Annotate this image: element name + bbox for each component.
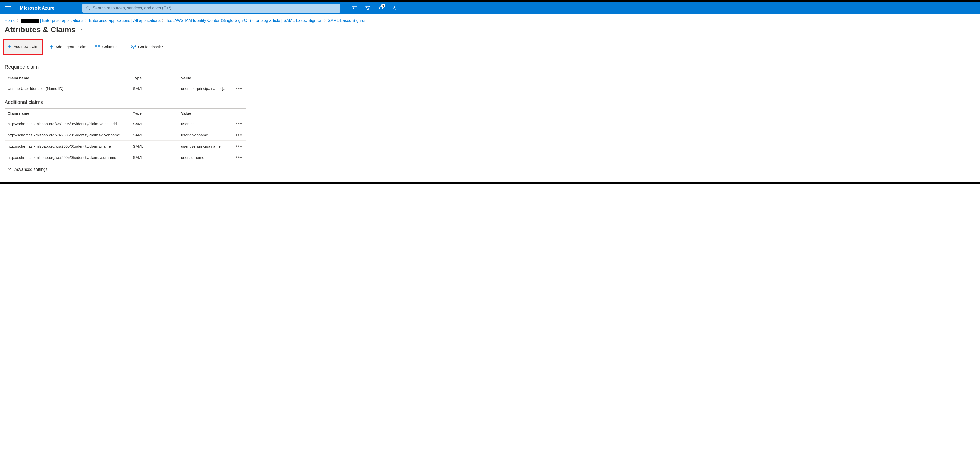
chevron-down-icon	[8, 167, 11, 172]
table-row[interactable]: http://schemas.xmlsoap.org/ws/2005/05/id…	[5, 140, 245, 152]
column-header-type[interactable]: Type	[130, 73, 178, 83]
header-toolbar: 6	[350, 4, 398, 12]
breadcrumb-tenant[interactable]: | Enterprise applications	[21, 18, 83, 23]
feedback-label: Got feedback?	[138, 45, 163, 49]
notification-badge: 6	[381, 3, 385, 8]
global-search[interactable]	[83, 4, 340, 13]
claim-name-cell: http://schemas.xmlsoap.org/ws/2005/05/id…	[5, 152, 130, 163]
svg-rect-2	[352, 6, 357, 10]
redacted-text	[21, 19, 39, 23]
breadcrumb-app[interactable]: Test AWS IAM Identity Center (Single Sig…	[166, 18, 322, 23]
add-group-claim-label: Add a group claim	[56, 45, 86, 49]
breadcrumb: Home > | Enterprise applications > Enter…	[0, 14, 980, 23]
toolbar-separator	[124, 44, 124, 49]
columns-button[interactable]: Columns	[93, 43, 120, 51]
row-actions-icon[interactable]: •••	[235, 86, 242, 91]
claim-type-cell: SAML	[130, 118, 178, 129]
claim-name-cell: http://schemas.xmlsoap.org/ws/2005/05/id…	[5, 129, 130, 140]
search-input[interactable]	[93, 6, 337, 10]
add-new-claim-label: Add new claim	[14, 45, 38, 49]
row-actions-icon[interactable]: •••	[235, 121, 242, 126]
feedback-button[interactable]: Got feedback?	[128, 43, 165, 51]
svg-point-5	[393, 7, 395, 9]
svg-point-16	[132, 45, 133, 47]
row-actions-icon[interactable]: •••	[235, 143, 242, 149]
window-top-border	[0, 0, 980, 2]
table-row[interactable]: http://schemas.xmlsoap.org/ws/2005/05/id…	[5, 152, 245, 163]
advanced-settings-toggle[interactable]: Advanced settings	[5, 163, 245, 172]
directory-filter-icon[interactable]	[364, 4, 372, 12]
row-actions-icon[interactable]: •••	[235, 132, 242, 137]
breadcrumb-separator: >	[85, 18, 87, 23]
plus-icon	[7, 45, 11, 48]
feedback-icon	[131, 45, 136, 49]
claim-type-cell: SAML	[130, 140, 178, 152]
svg-line-1	[89, 9, 90, 10]
claim-value-cell: user.mail	[178, 118, 231, 129]
add-group-claim-button[interactable]: Add a group claim	[47, 43, 89, 51]
window-bottom-border	[0, 182, 980, 184]
table-row[interactable]: Unique User Identifier (Name ID) SAML us…	[5, 83, 245, 94]
brand-label: Microsoft Azure	[20, 6, 54, 11]
claim-type-cell: SAML	[130, 129, 178, 140]
claim-type-cell: SAML	[130, 83, 178, 94]
claim-name-cell: Unique User Identifier (Name ID)	[5, 83, 130, 94]
plus-icon	[49, 45, 54, 49]
search-icon	[86, 6, 90, 10]
add-new-claim-button[interactable]: Add new claim	[3, 39, 43, 55]
portal-header: Microsoft Azure 6	[0, 2, 980, 14]
svg-point-0	[86, 6, 89, 9]
required-claim-table: Claim name Type Value Unique User Identi…	[5, 73, 245, 94]
column-header-claim-name[interactable]: Claim name	[5, 108, 130, 118]
breadcrumb-separator: >	[162, 18, 164, 23]
page-more-icon[interactable]: ···	[81, 27, 86, 32]
column-header-value[interactable]: Value	[178, 73, 231, 83]
breadcrumb-all-apps[interactable]: Enterprise applications | All applicatio…	[89, 18, 161, 23]
breadcrumb-last[interactable]: SAML-based Sign-on	[328, 18, 366, 23]
claim-name-cell: http://schemas.xmlsoap.org/ws/2005/05/id…	[5, 118, 130, 129]
claim-value-cell: user.givenname	[178, 129, 231, 140]
cloud-shell-icon[interactable]	[350, 4, 359, 12]
additional-claims-table: Claim name Type Value http://schemas.xml…	[5, 108, 245, 163]
advanced-settings-label: Advanced settings	[14, 167, 48, 172]
column-header-actions	[231, 108, 245, 118]
column-header-value[interactable]: Value	[178, 108, 231, 118]
claim-name-cell: http://schemas.xmlsoap.org/ws/2005/05/id…	[5, 140, 130, 152]
claim-value-cell: user.userprincipalname […	[178, 83, 231, 94]
row-actions-icon[interactable]: •••	[235, 155, 242, 160]
required-claim-heading: Required claim	[5, 64, 245, 70]
breadcrumb-separator: >	[324, 18, 326, 23]
column-header-claim-name[interactable]: Claim name	[5, 73, 130, 83]
page-title: Attributes & Claims	[5, 25, 76, 34]
claim-value-cell: user.userprincipalname	[178, 140, 231, 152]
table-row[interactable]: http://schemas.xmlsoap.org/ws/2005/05/id…	[5, 118, 245, 129]
column-header-type[interactable]: Type	[130, 108, 178, 118]
claim-type-cell: SAML	[130, 152, 178, 163]
table-row[interactable]: http://schemas.xmlsoap.org/ws/2005/05/id…	[5, 129, 245, 140]
content-area: Required claim Claim name Type Value Uni…	[0, 54, 250, 182]
hamburger-menu-icon[interactable]	[5, 5, 12, 12]
breadcrumb-separator: >	[17, 18, 19, 23]
settings-icon[interactable]	[390, 4, 398, 12]
columns-icon	[95, 45, 100, 48]
claim-value-cell: user.surname	[178, 152, 231, 163]
page-title-row: Attributes & Claims ···	[0, 23, 980, 40]
columns-label: Columns	[102, 45, 117, 49]
notifications-icon[interactable]: 6	[377, 4, 385, 12]
svg-marker-4	[366, 6, 370, 10]
breadcrumb-home[interactable]: Home	[5, 18, 16, 23]
column-header-actions	[231, 73, 245, 83]
additional-claims-heading: Additional claims	[5, 99, 245, 105]
command-bar: Add new claim Add a group claim Columns …	[0, 40, 980, 54]
